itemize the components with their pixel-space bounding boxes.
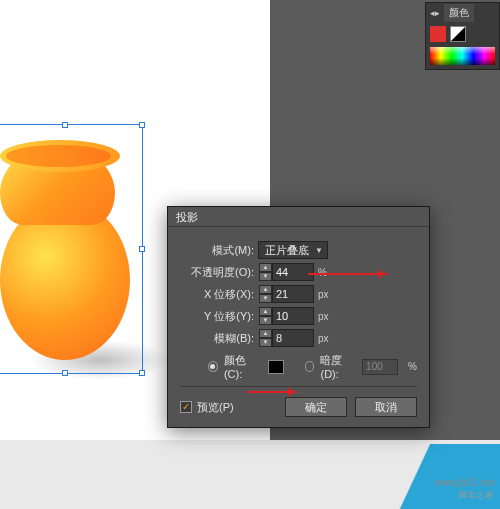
yoffset-label: Y 位移(Y):	[180, 309, 258, 324]
opacity-unit: %	[318, 267, 327, 278]
color-radio-label: 颜色(C):	[224, 353, 260, 380]
opacity-spin-up[interactable]: ▲	[259, 263, 272, 272]
opacity-label: 不透明度(O):	[180, 265, 258, 280]
yoffset-row: Y 位移(Y): ▲ ▼ px	[180, 307, 417, 325]
preview-checkbox-wrap[interactable]: 预览(P)	[180, 400, 234, 415]
blur-label: 模糊(B):	[180, 331, 258, 346]
shadow-color-chip[interactable]	[268, 360, 284, 374]
color-panel-header: ◂▸ 颜色	[426, 3, 499, 23]
darkness-radio-label: 暗度(D):	[320, 353, 356, 380]
darkness-input[interactable]	[362, 359, 398, 375]
opacity-input[interactable]	[272, 263, 314, 281]
opacity-spin-down[interactable]: ▼	[259, 272, 272, 281]
blur-spin-down[interactable]: ▼	[259, 338, 272, 347]
color-radio[interactable]	[208, 361, 218, 372]
resize-handle-br[interactable]	[139, 370, 145, 376]
blur-row: 模糊(B): ▲ ▼ px	[180, 329, 417, 347]
color-darkness-row: 颜色(C): 暗度(D): %	[208, 353, 417, 380]
preview-checkbox[interactable]	[180, 401, 192, 413]
color-panel: ◂▸ 颜色	[425, 2, 500, 70]
annotation-arrow-opacity	[308, 273, 388, 275]
chevron-down-icon: ▼	[315, 246, 323, 255]
xoffset-row: X 位移(X): ▲ ▼ px	[180, 285, 417, 303]
watermark-line1: www.jb51.net	[435, 477, 494, 489]
drop-shadow-dialog: 投影 模式(M): 正片叠底 ▼ 不透明度(O): ▲ ▼ % X 位移(X):…	[167, 206, 430, 428]
mode-row: 模式(M): 正片叠底 ▼	[180, 241, 417, 259]
cancel-button[interactable]: 取消	[355, 397, 417, 417]
blur-spin-up[interactable]: ▲	[259, 329, 272, 338]
preview-label: 预览(P)	[197, 400, 234, 415]
mode-select[interactable]: 正片叠底 ▼	[258, 241, 328, 259]
mode-label: 模式(M):	[180, 243, 258, 258]
stroke-swatch[interactable]	[450, 26, 466, 42]
xoffset-spin-down[interactable]: ▼	[259, 294, 272, 303]
color-tab-label: 颜色	[449, 6, 469, 20]
yoffset-spin-down[interactable]: ▼	[259, 316, 272, 325]
resize-handle-mr[interactable]	[139, 246, 145, 252]
dialog-divider	[180, 386, 417, 387]
yoffset-unit: px	[318, 311, 329, 322]
selection-bounding-box[interactable]	[0, 124, 143, 374]
xoffset-spin-up[interactable]: ▲	[259, 285, 272, 294]
annotation-arrow-preview	[247, 391, 297, 393]
dialog-title[interactable]: 投影	[168, 207, 429, 227]
resize-handle-bm[interactable]	[62, 370, 68, 376]
panel-collapse-icon[interactable]: ◂▸	[430, 8, 440, 18]
blur-input[interactable]	[272, 329, 314, 347]
watermark-line2: 脚本之家	[435, 489, 494, 501]
ok-button[interactable]: 确定	[285, 397, 347, 417]
darkness-radio[interactable]	[305, 361, 315, 372]
yoffset-input[interactable]	[272, 307, 314, 325]
color-spectrum[interactable]	[430, 47, 495, 65]
xoffset-label: X 位移(X):	[180, 287, 258, 302]
fill-swatch[interactable]	[430, 26, 446, 42]
darkness-unit: %	[408, 361, 417, 372]
mode-value: 正片叠底	[265, 243, 309, 258]
yoffset-spin-up[interactable]: ▲	[259, 307, 272, 316]
watermark: www.jb51.net 脚本之家	[435, 477, 494, 501]
color-panel-tab[interactable]: 颜色	[444, 4, 474, 22]
resize-handle-tr[interactable]	[139, 122, 145, 128]
dialog-footer: 预览(P) 确定 取消	[180, 393, 417, 419]
resize-handle-tm[interactable]	[62, 122, 68, 128]
xoffset-input[interactable]	[272, 285, 314, 303]
blur-unit: px	[318, 333, 329, 344]
xoffset-unit: px	[318, 289, 329, 300]
color-swatch-row	[426, 23, 499, 45]
